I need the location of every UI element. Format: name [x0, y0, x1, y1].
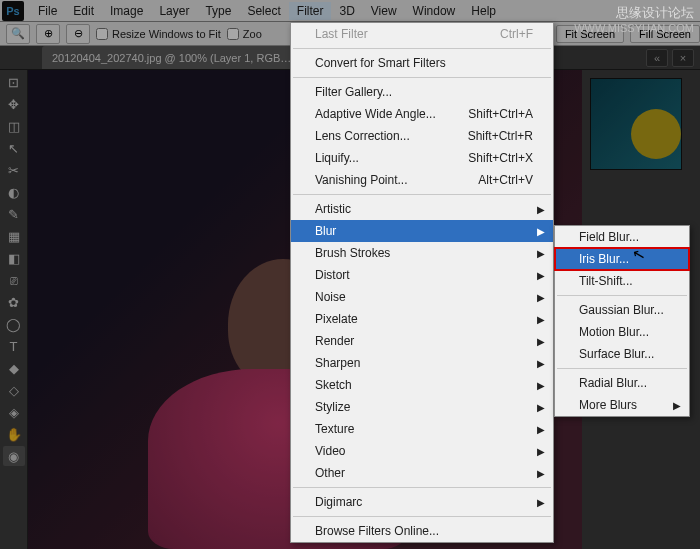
tool-shape[interactable]: ◈	[3, 402, 25, 422]
filter-noise[interactable]: Noise▶	[291, 286, 553, 308]
filter-menu: Last FilterCtrl+F Convert for Smart Filt…	[290, 22, 554, 543]
app-logo: Ps	[2, 1, 24, 21]
tool-eyedropper[interactable]: ✂	[3, 160, 25, 180]
panel-collapse-icon[interactable]: «	[646, 49, 668, 67]
menu-view[interactable]: View	[363, 2, 405, 20]
filter-render[interactable]: Render▶	[291, 330, 553, 352]
menu-file[interactable]: File	[30, 2, 65, 20]
menu-3d[interactable]: 3D	[331, 2, 362, 20]
submenu-arrow-icon: ▶	[537, 226, 545, 237]
tool-eraser[interactable]: ⎚	[3, 270, 25, 290]
blur-surface[interactable]: Surface Blur...	[555, 343, 689, 365]
filter-brush-strokes[interactable]: Brush Strokes▶	[291, 242, 553, 264]
filter-sketch[interactable]: Sketch▶	[291, 374, 553, 396]
submenu-arrow-icon: ▶	[537, 446, 545, 457]
blur-radial[interactable]: Radial Blur...	[555, 372, 689, 394]
filter-vanishing[interactable]: Vanishing Point...Alt+Ctrl+V	[291, 169, 553, 191]
filter-liquify[interactable]: Liquify...Shift+Ctrl+X	[291, 147, 553, 169]
filter-distort[interactable]: Distort▶	[291, 264, 553, 286]
menu-filter[interactable]: Filter	[289, 2, 332, 20]
filter-other[interactable]: Other▶	[291, 462, 553, 484]
filter-artistic[interactable]: Artistic▶	[291, 198, 553, 220]
blur-motion[interactable]: Motion Blur...	[555, 321, 689, 343]
submenu-arrow-icon: ▶	[537, 314, 545, 325]
navigator-thumb[interactable]	[590, 78, 682, 170]
blur-gaussian[interactable]: Gaussian Blur...	[555, 299, 689, 321]
filter-adaptive[interactable]: Adaptive Wide Angle...Shift+Ctrl+A	[291, 103, 553, 125]
filter-pixelate[interactable]: Pixelate▶	[291, 308, 553, 330]
menu-help[interactable]: Help	[463, 2, 504, 20]
tools-panel: ▣ ⊡ ✥ ◫ ↖ ✂ ◐ ✎ ▦ ◧ ⎚ ✿ ◯ T ◆ ◇ ◈ ✋ ◉	[0, 46, 28, 549]
submenu-arrow-icon: ▶	[537, 358, 545, 369]
tool-wand[interactable]: ↖	[3, 138, 25, 158]
menu-type[interactable]: Type	[197, 2, 239, 20]
menu-image[interactable]: Image	[102, 2, 151, 20]
tool-zoom[interactable]: ◉	[3, 446, 25, 466]
zoom-tool-icon[interactable]: 🔍	[6, 24, 30, 44]
tool-marquee[interactable]: ⊡	[3, 72, 25, 92]
filter-gallery[interactable]: Filter Gallery...	[291, 81, 553, 103]
tool-history[interactable]: ◧	[3, 248, 25, 268]
tool-healing[interactable]: ◐	[3, 182, 25, 202]
tool-gradient[interactable]: ✿	[3, 292, 25, 312]
filter-sharpen[interactable]: Sharpen▶	[291, 352, 553, 374]
tool-crop[interactable]: ◫	[3, 116, 25, 136]
filter-convert-smart[interactable]: Convert for Smart Filters	[291, 52, 553, 74]
tool-stamp[interactable]: ▦	[3, 226, 25, 246]
submenu-arrow-icon: ▶	[537, 270, 545, 281]
tool-hand[interactable]: ✋	[3, 424, 25, 444]
filter-browse-online[interactable]: Browse Filters Online...	[291, 520, 553, 542]
tool-pen[interactable]: ◆	[3, 358, 25, 378]
tool-lasso[interactable]: ✥	[3, 94, 25, 114]
zoom-all-checkbox[interactable]: Zoo	[227, 28, 262, 40]
submenu-arrow-icon: ▶	[537, 292, 545, 303]
menu-edit[interactable]: Edit	[65, 2, 102, 20]
menu-select[interactable]: Select	[239, 2, 288, 20]
watermark: 思缘设计论坛 WWW.MISSYUAN.COM	[574, 4, 694, 34]
zoom-in-icon[interactable]: ⊕	[36, 24, 60, 44]
submenu-arrow-icon: ▶	[537, 336, 545, 347]
blur-submenu: Field Blur... Iris Blur... Tilt-Shift...…	[554, 225, 690, 417]
submenu-arrow-icon: ▶	[537, 424, 545, 435]
submenu-arrow-icon: ▶	[537, 248, 545, 259]
filter-video[interactable]: Video▶	[291, 440, 553, 462]
filter-last: Last FilterCtrl+F	[291, 23, 553, 45]
document-tab-title: 20120404_202740.jpg @ 100% (Layer 1, RGB…	[52, 52, 291, 64]
blur-iris[interactable]: Iris Blur...	[555, 248, 689, 270]
document-tab[interactable]: 20120404_202740.jpg @ 100% (Layer 1, RGB…	[42, 46, 321, 69]
tool-blur[interactable]: ◯	[3, 314, 25, 334]
panel-close-icon[interactable]: ×	[672, 49, 694, 67]
blur-tilt-shift[interactable]: Tilt-Shift...	[555, 270, 689, 292]
filter-lens[interactable]: Lens Correction...Shift+Ctrl+R	[291, 125, 553, 147]
submenu-arrow-icon: ▶	[673, 400, 681, 411]
filter-digimarc[interactable]: Digimarc▶	[291, 491, 553, 513]
tool-type[interactable]: T	[3, 336, 25, 356]
submenu-arrow-icon: ▶	[537, 497, 545, 508]
blur-field[interactable]: Field Blur...	[555, 226, 689, 248]
submenu-arrow-icon: ▶	[537, 468, 545, 479]
zoom-out-icon[interactable]: ⊖	[66, 24, 90, 44]
zoom-all-label: Zoo	[243, 28, 262, 40]
submenu-arrow-icon: ▶	[537, 402, 545, 413]
filter-texture[interactable]: Texture▶	[291, 418, 553, 440]
filter-stylize[interactable]: Stylize▶	[291, 396, 553, 418]
resize-windows-checkbox[interactable]: Resize Windows to Fit	[96, 28, 221, 40]
tool-brush[interactable]: ✎	[3, 204, 25, 224]
filter-blur[interactable]: Blur▶	[291, 220, 553, 242]
submenu-arrow-icon: ▶	[537, 380, 545, 391]
blur-more[interactable]: More Blurs▶	[555, 394, 689, 416]
submenu-arrow-icon: ▶	[537, 204, 545, 215]
menu-window[interactable]: Window	[405, 2, 464, 20]
tool-path[interactable]: ◇	[3, 380, 25, 400]
menu-layer[interactable]: Layer	[151, 2, 197, 20]
resize-windows-label: Resize Windows to Fit	[112, 28, 221, 40]
